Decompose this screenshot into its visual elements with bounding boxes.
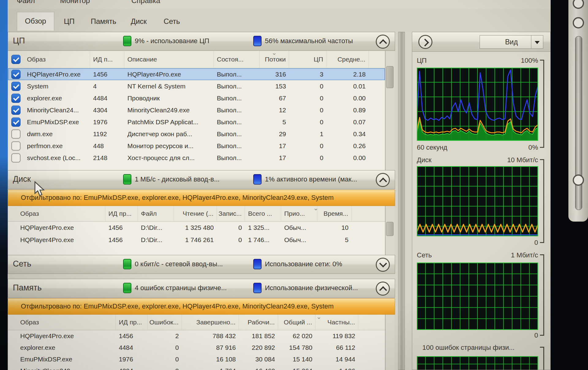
column-header[interactable]: Образ (8, 315, 116, 330)
collapse-cpu-chevron-icon[interactable] (376, 35, 390, 49)
table-cell: MinorityClean249... (8, 367, 116, 370)
column-header[interactable]: Запис... (217, 206, 245, 221)
edge-button-second-icon[interactable] (573, 17, 584, 28)
section-bar-network[interactable]: Сеть 0 кбит/с - сетевой ввод-вы... Испол… (8, 255, 395, 274)
column-header[interactable]: ЦП (289, 51, 326, 68)
table-cell: 87 916 (182, 344, 239, 351)
table-cell: 0.00 (326, 154, 369, 162)
table-cell: Проводник (124, 95, 214, 102)
column-header[interactable]: Завершено... (182, 315, 239, 330)
cpu-scrollbar-thumb[interactable] (386, 66, 394, 88)
view-dropdown-caret-icon[interactable] (531, 36, 543, 48)
section-bar-cpu[interactable]: ЦП 9% - использование ЦП 56% максимально… (8, 32, 395, 51)
cpu-table-scrollbar[interactable] (385, 51, 394, 170)
panel-splitter[interactable] (398, 32, 405, 370)
process-row[interactable]: explorer.exe4484087 916220 892154 78066 … (8, 342, 385, 353)
disk-blue-label: 1% активного времени (мак... (265, 175, 357, 183)
column-header[interactable]: Общий ... (278, 315, 315, 330)
column-header[interactable]: Образ (8, 206, 105, 221)
edge-button-lower-icon[interactable] (573, 174, 584, 186)
select-all-checkbox[interactable] (11, 55, 21, 64)
table-cell: 0.01 (326, 83, 369, 90)
row-checkbox[interactable] (11, 118, 21, 127)
disk-table-scrollbar[interactable] (385, 206, 394, 255)
table-cell: 1456 (105, 224, 138, 231)
table-cell: 1 746... (245, 236, 281, 244)
process-row[interactable]: HQPlayer4Pro.exe1456D:\Dir...1 746 26101… (8, 234, 385, 246)
process-row[interactable]: explorer.exe4484ПроводникВыпол...6700.00 (8, 92, 385, 104)
memory-graph-title: 100 ошибок страницы физи... (422, 344, 514, 352)
process-row[interactable]: dwm.exe1192Диспетчер окон раб...Выпол...… (8, 128, 385, 140)
tab-обзор[interactable]: Обзор (17, 12, 54, 31)
tab-диск[interactable]: Диск (125, 13, 152, 29)
process-row[interactable]: EmuPMixDSP.exe1976PatchMix DSP Applicat.… (8, 116, 385, 128)
network-graph-axis-bracket (540, 254, 544, 336)
process-row[interactable]: perfmon.exe448Монитор ресурсов и...Выпол… (8, 140, 385, 152)
menu-item-3[interactable]: Справка (131, 0, 160, 5)
memory-green-label: 4 ошибок страницы физиче... (135, 284, 227, 292)
column-header[interactable]: Время... (317, 206, 352, 221)
disk-blue-indicator-icon (253, 174, 262, 185)
column-header[interactable]: Рабочи... (239, 315, 278, 330)
table-cell: 0.07 (326, 118, 369, 126)
disk-scrollbar-thumb[interactable] (386, 222, 394, 236)
table-cell: 1456 (105, 236, 138, 244)
tab-цп[interactable]: ЦП (57, 13, 81, 29)
row-checkbox[interactable] (11, 129, 21, 139)
tab-bar: ОбзорЦППамятьДискСеть (8, 9, 551, 32)
process-row[interactable]: EmuPMixDSP.exe1976016 10830 08415 14014 … (8, 353, 385, 365)
column-header[interactable]: ИД п... (90, 51, 124, 68)
process-row[interactable]: MinorityClean249...430401 76416 46015 26… (8, 365, 385, 370)
menu-item-2[interactable]: Монитор (60, 0, 90, 5)
network-blue-label: Использование сети: 0% (265, 260, 342, 268)
process-row[interactable]: MinorityClean24...4304MinorityClean249.e… (8, 104, 385, 116)
table-cell: 16 108 (182, 356, 239, 363)
row-checkbox[interactable] (11, 94, 21, 103)
tab-память[interactable]: Память (85, 13, 122, 29)
column-header[interactable]: Чтение (... (174, 206, 217, 221)
column-header[interactable]: Файл (138, 206, 174, 221)
section-bar-memory[interactable]: Память 4 ошибок страницы физиче... Испол… (8, 279, 395, 298)
column-header[interactable]: Прио... (281, 206, 317, 221)
table-cell: 5 (317, 236, 352, 244)
tab-сеть[interactable]: Сеть (158, 13, 185, 29)
section-bar-disk[interactable]: Диск 1 МБ/с - дисковый ввод-в... 1% акти… (8, 170, 395, 189)
expand-network-chevron-icon[interactable] (376, 258, 390, 272)
table-cell: 4 (90, 83, 124, 90)
column-header[interactable]: Всего ... (245, 206, 281, 221)
column-header[interactable]: Образ (24, 51, 90, 68)
expand-panel-chevron-icon[interactable] (418, 35, 432, 49)
section-title-memory: Память (13, 283, 42, 293)
table-cell: 29 (260, 130, 289, 138)
process-row[interactable]: HQPlayer4Pro.exe1456HQPlayer4Pro.exeВыпо… (8, 68, 385, 80)
process-row[interactable]: HQPlayer4Pro.exe14562788 432181 85262 02… (8, 330, 385, 342)
memory-table-scrollbar[interactable] (385, 315, 394, 370)
row-checkbox[interactable] (11, 70, 21, 79)
menu-item-1[interactable]: Файл (17, 0, 35, 5)
table-cell: 3 (289, 71, 326, 78)
column-header[interactable]: ИД пр... (105, 206, 138, 221)
process-row[interactable]: System4NT Kernel & SystemВыпол...15300.0… (8, 80, 385, 92)
column-header[interactable]: Частны... (315, 315, 358, 330)
row-checkbox[interactable] (11, 153, 21, 163)
view-dropdown-button[interactable]: Вид (480, 35, 543, 49)
column-header[interactable]: ИД пр... (116, 315, 148, 330)
table-cell: D:\Dir... (138, 224, 174, 231)
process-row[interactable]: svchost.exe (Loc...2148Хост-процесс для … (8, 152, 385, 164)
row-checkbox[interactable] (11, 106, 21, 115)
column-header[interactable]: Состоя... (214, 51, 260, 68)
table-cell: 66 112 (315, 344, 358, 351)
disk-graph-title: Диск (417, 156, 432, 164)
table-cell: 0 (289, 95, 326, 102)
column-header[interactable]: Средне... (326, 51, 369, 68)
row-checkbox[interactable] (11, 141, 21, 151)
table-header-row: ОбразИД пр...ФайлЧтение (...Запис...Всег… (8, 206, 385, 222)
table-cell: Выпол... (214, 107, 260, 114)
table-cell: 119 832 (315, 332, 358, 340)
column-header[interactable]: Ошибок... (148, 315, 182, 330)
collapse-memory-chevron-icon[interactable] (376, 282, 390, 296)
process-row[interactable]: HQPlayer4Pro.exe1456D:\Dir...1 325 48001… (8, 222, 385, 234)
collapse-disk-chevron-icon[interactable] (376, 173, 390, 187)
row-checkbox[interactable] (11, 82, 21, 91)
column-header[interactable]: Описание (124, 51, 214, 68)
